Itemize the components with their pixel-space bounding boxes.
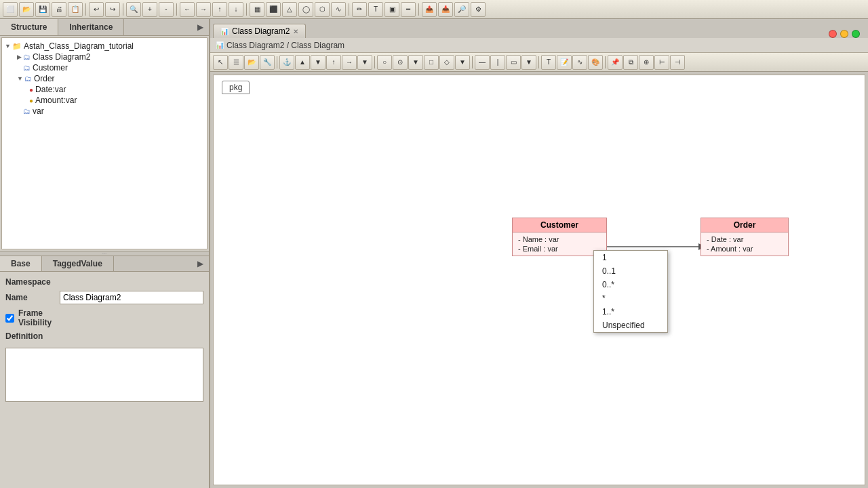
minimize-window-btn[interactable] — [840, 30, 848, 38]
note-tool-btn[interactable]: 📝 — [557, 55, 572, 70]
text-btn[interactable]: T — [368, 2, 383, 17]
filter-tool-btn[interactable]: ⊕ — [639, 55, 654, 70]
multiplicity-option-1star[interactable]: 1..* — [594, 305, 667, 319]
bottom-tabs-arrow[interactable]: ▶ — [192, 256, 209, 271]
text-tool-btn[interactable]: T — [541, 55, 556, 70]
multiplicity-option-01[interactable]: 0..1 — [594, 264, 667, 278]
misc3-btn[interactable]: △ — [282, 2, 297, 17]
rect-tool-btn[interactable]: □ — [424, 55, 439, 70]
new-btn[interactable]: ⬜ — [3, 2, 18, 17]
shape-tool-btn[interactable]: 🔧 — [260, 55, 275, 70]
customer-arrow[interactable]: ▶ — [17, 64, 22, 71]
misc2-btn[interactable]: ⬛ — [266, 2, 281, 17]
color-tool-btn[interactable]: 🎨 — [588, 55, 603, 70]
export-btn[interactable]: 📤 — [422, 2, 437, 17]
tab-inheritance[interactable]: Inheritance — [58, 19, 124, 35]
tree-item-customer[interactable]: ▶ 🗂 Customer — [5, 62, 204, 73]
diagram-tab-icon: 📊 — [220, 28, 229, 35]
tab-base[interactable]: Base — [0, 256, 42, 271]
anchor-tool-btn[interactable]: ⚓ — [279, 55, 294, 70]
zoom-out-btn[interactable]: - — [159, 2, 174, 17]
drop4-tool-btn[interactable]: ▼ — [455, 55, 470, 70]
multiplicity-option-1[interactable]: 1 — [594, 251, 667, 264]
var-arrow[interactable]: ▶ — [17, 108, 22, 115]
arrow-down-btn[interactable]: ↓ — [229, 2, 243, 17]
customer-class-box[interactable]: Customer - Name : var - Email : var — [512, 218, 607, 256]
multiplicity-option-star[interactable]: * — [594, 291, 667, 305]
maximize-window-btn[interactable] — [852, 30, 860, 38]
misc4-btn[interactable]: ◯ — [298, 2, 313, 17]
pin-tool-btn[interactable]: 📌 — [608, 55, 623, 70]
copy-btn[interactable]: 📋 — [68, 2, 83, 17]
save-btn[interactable]: 💾 — [35, 2, 50, 17]
definition-row: Definition — [5, 331, 203, 344]
multiplicity-option-unspecified[interactable]: Unspecified — [594, 319, 667, 332]
undo-btn[interactable]: ↩ — [89, 2, 104, 17]
arrow-left-btn[interactable]: ← — [180, 2, 195, 17]
split-tool-btn[interactable]: ⊢ — [654, 55, 669, 70]
node-tool-btn[interactable]: ▲ — [295, 55, 310, 70]
zoom-fit-btn[interactable]: 🔍 — [126, 2, 141, 17]
print-btn[interactable]: 🖨 — [52, 2, 66, 17]
close-window-btn[interactable] — [829, 30, 837, 38]
diagram-tab-close-btn[interactable]: ✕ — [293, 28, 298, 35]
tree-item-classdiagram2[interactable]: ▶ 🗂 Class Diagram2 — [5, 52, 204, 62]
assoc-tool-btn[interactable]: → — [342, 55, 357, 70]
var-class-icon: 🗂 — [23, 107, 31, 115]
customer-class-body: - Name : var - Email : var — [513, 232, 606, 256]
diagram-toolbar: ↖ ☰ 📂 🔧 ⚓ ▲ ▼ ↑ → ▼ ○ ⊙ ▼ □ ◇ ▼ — | ▭ ▼ … — [210, 53, 868, 72]
circle-tool-btn[interactable]: ○ — [377, 55, 392, 70]
drop3-tool-btn[interactable]: ▼ — [408, 55, 423, 70]
line-mid-btn[interactable]: | — [490, 55, 505, 70]
order-class-box[interactable]: Order - Date : var - Amount : var — [701, 218, 789, 256]
folder-tool-btn[interactable]: 📂 — [244, 55, 259, 70]
tree-item-var[interactable]: ▶ 🗂 var — [5, 106, 204, 117]
tree-item-date-var[interactable]: ● Date:var — [5, 84, 204, 95]
diamond-tool-btn[interactable]: ◇ — [439, 55, 454, 70]
pen-btn[interactable]: ✏ — [352, 2, 367, 17]
import-btn[interactable]: 📥 — [438, 2, 453, 17]
select-tool-btn[interactable]: ↖ — [213, 55, 228, 70]
open-btn[interactable]: 📂 — [19, 2, 34, 17]
definition-textarea[interactable] — [5, 348, 203, 402]
diagram-tab-classdiagram2[interactable]: 📊 Class Diagram2 ✕ — [213, 24, 306, 38]
sep1 — [85, 3, 86, 16]
tab-taggedvalue[interactable]: TaggedValue — [42, 256, 114, 271]
misc5-btn[interactable]: ⬡ — [315, 2, 330, 17]
zoom-in-btn[interactable]: + — [142, 2, 157, 17]
root-expand-arrow[interactable]: ▼ — [5, 43, 11, 49]
order-arrow[interactable]: ▼ — [17, 75, 23, 82]
settings-btn[interactable]: ⚙ — [471, 2, 486, 17]
drop-tool-btn[interactable]: ▼ — [311, 55, 326, 70]
tree-root[interactable]: ▼ 📁 Astah_Class_Diagram_tutorial — [5, 41, 204, 52]
connect-tool-btn[interactable]: ↑ — [326, 55, 341, 70]
tabs-expand-arrow[interactable]: ▶ — [192, 19, 209, 35]
frame-visibility-checkbox[interactable] — [5, 314, 14, 323]
drop5-tool-btn[interactable]: ▼ — [521, 55, 536, 70]
name-input[interactable] — [60, 291, 203, 304]
line-left-btn[interactable]: — — [475, 55, 490, 70]
redo-btn[interactable]: ↪ — [105, 2, 120, 17]
arrow-right-btn[interactable]: → — [196, 2, 211, 17]
multiplicity-option-0star[interactable]: 0..* — [594, 278, 667, 291]
wave-tool-btn[interactable]: ∿ — [572, 55, 587, 70]
line-btn[interactable]: ━ — [401, 2, 416, 17]
circle2-tool-btn[interactable]: ⊙ — [393, 55, 408, 70]
root-label: Astah_Class_Diagram_tutorial — [24, 41, 134, 51]
drop2-tool-btn[interactable]: ▼ — [357, 55, 372, 70]
merge-tool-btn[interactable]: ⊣ — [670, 55, 685, 70]
search-btn[interactable]: 🔎 — [454, 2, 469, 17]
arrow-up-btn[interactable]: ↑ — [212, 2, 227, 17]
tree-item-order[interactable]: ▼ 🗂 Order — [5, 73, 204, 84]
resize-handle[interactable]: ··· — [0, 251, 209, 256]
classdiagram2-arrow[interactable]: ▶ — [17, 54, 22, 60]
tree-item-amount-var[interactable]: ● Amount:var — [5, 95, 204, 106]
list-tool-btn[interactable]: ☰ — [229, 55, 243, 70]
tab-structure[interactable]: Structure — [0, 19, 58, 35]
fill-btn[interactable]: ▣ — [384, 2, 399, 17]
rect2-tool-btn[interactable]: ▭ — [506, 55, 521, 70]
misc6-btn[interactable]: ∿ — [331, 2, 346, 17]
association-line — [214, 75, 865, 485]
copy2-tool-btn[interactable]: ⧉ — [623, 55, 638, 70]
misc1-btn[interactable]: ▦ — [250, 2, 264, 17]
